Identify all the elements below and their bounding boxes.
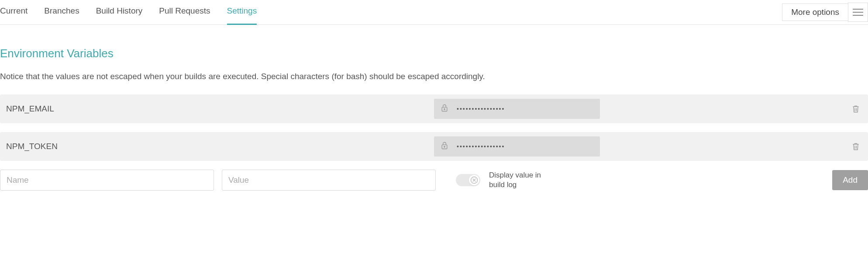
top-bar: Current Branches Build History Pull Requ… bbox=[0, 0, 868, 25]
add-env-var-form: Display value in build log Add bbox=[0, 170, 868, 191]
tab-settings[interactable]: Settings bbox=[227, 0, 257, 25]
env-vars-notice: Notice that the values are not escaped w… bbox=[0, 72, 868, 81]
tabs: Current Branches Build History Pull Requ… bbox=[0, 0, 257, 24]
toggle-off-icon bbox=[469, 175, 479, 185]
env-var-name: NPM_TOKEN bbox=[6, 142, 434, 151]
lock-icon bbox=[440, 141, 449, 152]
env-vars-heading: Environment Variables bbox=[0, 47, 868, 60]
tab-build-history[interactable]: Build History bbox=[96, 0, 143, 25]
env-var-row: NPM_TOKEN •••••••••••••••• bbox=[0, 132, 868, 161]
env-var-name-input[interactable] bbox=[0, 170, 214, 191]
top-right-controls: More options bbox=[782, 3, 868, 22]
delete-env-var-button[interactable] bbox=[850, 102, 862, 115]
tab-current[interactable]: Current bbox=[0, 0, 28, 25]
tab-pull-requests[interactable]: Pull Requests bbox=[159, 0, 210, 25]
svg-point-6 bbox=[444, 146, 445, 147]
svg-point-1 bbox=[444, 108, 445, 109]
display-value-toggle-label: Display value in build log bbox=[489, 170, 555, 190]
env-var-value-box: •••••••••••••••• bbox=[434, 99, 600, 119]
delete-env-var-button[interactable] bbox=[850, 140, 862, 153]
more-options-button[interactable]: More options bbox=[782, 3, 848, 21]
env-var-row: NPM_EMAIL •••••••••••••••• bbox=[0, 94, 868, 123]
content: Environment Variables Notice that the va… bbox=[0, 47, 868, 204]
tab-branches[interactable]: Branches bbox=[44, 0, 79, 25]
env-var-value-box: •••••••••••••••• bbox=[434, 136, 600, 157]
env-var-value-input[interactable] bbox=[222, 170, 436, 191]
env-var-masked-value: •••••••••••••••• bbox=[457, 105, 505, 112]
env-var-name: NPM_EMAIL bbox=[6, 104, 434, 114]
hamburger-menu-button[interactable] bbox=[848, 3, 868, 22]
display-value-toggle[interactable] bbox=[456, 174, 480, 186]
display-value-toggle-wrap: Display value in build log bbox=[456, 170, 555, 190]
add-button[interactable]: Add bbox=[832, 170, 868, 190]
env-var-masked-value: •••••••••••••••• bbox=[457, 143, 505, 150]
lock-icon bbox=[440, 103, 449, 115]
